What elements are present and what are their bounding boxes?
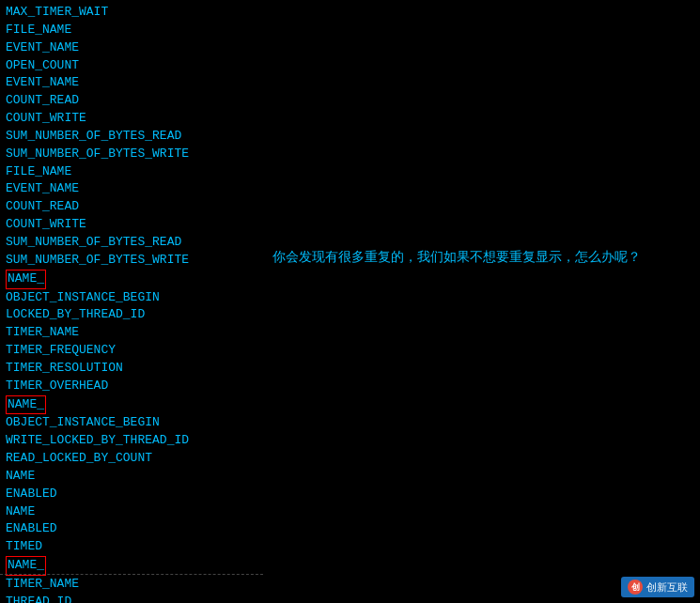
- field-item: SUM_NUMBER_OF_BYTES_READ: [6, 234, 257, 252]
- watermark-text: 创新互联: [646, 580, 688, 595]
- field-item: OPEN_COUNT: [6, 57, 257, 75]
- field-item: COUNT_READ: [6, 92, 257, 110]
- main-container: MAX_TIMER_WAITFILE_NAMEEVENT_NAMEOPEN_CO…: [0, 0, 700, 603]
- field-item: EVENT_NAME: [6, 180, 257, 198]
- field-item: COUNT_WRITE: [6, 110, 257, 128]
- field-item: SUM_NUMBER_OF_BYTES_WRITE: [6, 252, 257, 270]
- field-item: MAX_TIMER_WAIT: [6, 4, 257, 22]
- field-item: TIMER_NAME: [6, 576, 257, 594]
- field-item: THREAD_ID: [6, 594, 257, 603]
- field-item: READ_LOCKED_BY_COUNT: [6, 450, 257, 468]
- field-item: SUM_NUMBER_OF_BYTES_WRITE: [6, 146, 257, 163]
- arrow-1: [520, 269, 540, 405]
- field-item: TIMER_OVERHEAD: [6, 378, 257, 395]
- field-item: LOCKED_BY_THREAD_ID: [6, 306, 257, 324]
- field-item: OBJECT_INSTANCE_BEGIN: [6, 289, 257, 307]
- field-item: WRITE_LOCKED_BY_THREAD_ID: [6, 432, 257, 450]
- field-item: SUM_NUMBER_OF_BYTES_READ: [6, 128, 257, 146]
- watermark-icon: 创: [628, 580, 643, 595]
- bottom-border: [0, 574, 263, 575]
- field-item: TIMED: [6, 538, 257, 556]
- arrow-2: [520, 276, 540, 566]
- field-item: ENABLED: [6, 486, 257, 503]
- field-item: COUNT_WRITE: [6, 216, 257, 234]
- arrows-overlay: [263, 0, 700, 603]
- field-item: NAME_: [6, 270, 46, 289]
- field-item: NAME_: [6, 556, 46, 576]
- field-item: NAME_: [6, 395, 46, 415]
- left-panel: MAX_TIMER_WAITFILE_NAMEEVENT_NAMEOPEN_CO…: [0, 0, 263, 603]
- right-panel: 你会发现有很多重复的，我们如果不想要重复显示，怎么办呢？: [263, 0, 700, 603]
- field-item: NAME: [6, 503, 257, 521]
- field-item: EVENT_NAME: [6, 39, 257, 57]
- field-item: OBJECT_INSTANCE_BEGIN: [6, 414, 257, 432]
- field-item: EVENT_NAME: [6, 74, 257, 92]
- watermark: 创 创新互联: [621, 577, 694, 597]
- field-item: FILE_NAME: [6, 163, 257, 181]
- field-item: ENABLED: [6, 520, 257, 538]
- field-item: TIMER_FREQUENCY: [6, 342, 257, 360]
- field-item: COUNT_READ: [6, 198, 257, 216]
- field-item: NAME: [6, 468, 257, 486]
- field-item: TIMER_RESOLUTION: [6, 360, 257, 378]
- field-item: TIMER_NAME: [6, 324, 257, 342]
- annotation-text: 你会发现有很多重复的，我们如果不想要重复显示，怎么办呢？: [272, 249, 641, 266]
- field-item: FILE_NAME: [6, 22, 257, 39]
